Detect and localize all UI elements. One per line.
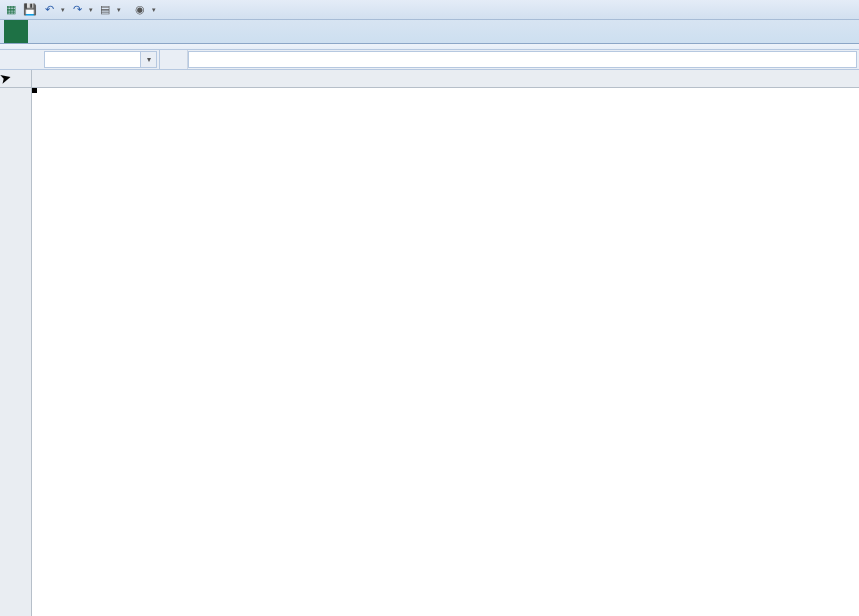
select-all-corner[interactable] xyxy=(0,70,32,88)
ribbon-tab-file[interactable] xyxy=(4,20,28,43)
redo-dropdown-icon[interactable]: ▾ xyxy=(87,1,95,19)
undo-dropdown-icon[interactable]: ▾ xyxy=(59,1,67,19)
camera-icon[interactable]: ◉ xyxy=(131,1,149,19)
worksheet[interactable]: ➤ xyxy=(0,70,859,616)
name-box[interactable] xyxy=(44,51,141,68)
formula-input[interactable] xyxy=(188,51,857,68)
active-cell-selection xyxy=(32,88,36,92)
undo-icon[interactable]: ↶ xyxy=(40,1,58,19)
cells-grid[interactable] xyxy=(32,88,859,616)
fx-icon[interactable] xyxy=(160,50,188,69)
excel-icon[interactable]: ▦ xyxy=(2,1,20,19)
qat-customize-icon[interactable]: ▾ xyxy=(115,1,123,19)
title-bar: ▦ 💾 ↶ ▾ ↷ ▾ ▤ ▾ ◉ ▾ xyxy=(0,0,859,20)
formula-bar: ▾ xyxy=(0,50,859,70)
print-preview-icon[interactable]: ▤ xyxy=(96,1,114,19)
name-box-dropdown-icon[interactable]: ▾ xyxy=(141,51,157,68)
save-icon[interactable]: 💾 xyxy=(21,1,39,19)
fill-handle[interactable] xyxy=(32,88,37,93)
redo-icon[interactable]: ↷ xyxy=(68,1,86,19)
ribbon-tabs xyxy=(0,20,859,44)
row-headers xyxy=(0,88,32,616)
qat-more-icon[interactable]: ▾ xyxy=(150,1,158,19)
column-headers xyxy=(32,70,859,88)
quick-access-toolbar: ▦ 💾 ↶ ▾ ↷ ▾ ▤ ▾ ◉ ▾ xyxy=(2,1,158,19)
